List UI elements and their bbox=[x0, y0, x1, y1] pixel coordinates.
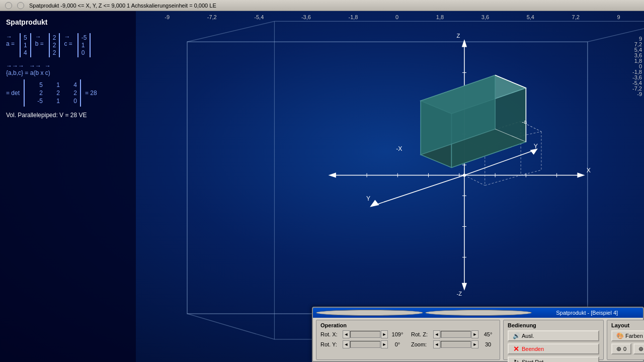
svg-line-4 bbox=[187, 21, 274, 42]
svg-line-39 bbox=[464, 175, 485, 185]
rot-x-track: ◄ ► bbox=[343, 330, 388, 338]
dialog-content: Operation Rot. X: ◄ ► 109° Rot. Z: ◄ ► bbox=[313, 318, 643, 362]
zero-button[interactable]: ⊕ 0 bbox=[611, 343, 631, 354]
y-label: Y bbox=[366, 195, 370, 202]
dialog-title-bar: Spatprodukt - [Beispiel 4] bbox=[313, 308, 643, 318]
x-label: X bbox=[587, 167, 591, 174]
svg-line-1 bbox=[187, 314, 274, 339]
det-label: = det bbox=[6, 89, 20, 97]
viewport: -9 -7,2 -5,4 -3,6 -1,8 0 1,8 3,6 5,4 7,2… bbox=[0, 11, 644, 362]
rot-y-left-btn[interactable]: ◄ bbox=[343, 340, 350, 348]
rot-z-left-btn[interactable]: ◄ bbox=[433, 330, 440, 338]
y-pos-label: Y bbox=[534, 143, 538, 150]
vec-b-bracket: 2 2 2 bbox=[49, 33, 60, 57]
rot-z-label: Rot. Z: bbox=[411, 331, 431, 337]
zoom-label: Zoom: bbox=[411, 341, 431, 347]
rot-x-label: Rot. X: bbox=[320, 331, 341, 337]
svg-line-5 bbox=[588, 21, 644, 42]
farben-icon: 🎨 bbox=[616, 332, 623, 339]
vec-a-label: →a = bbox=[6, 33, 15, 47]
rot-x-row: Rot. X: ◄ ► 109° Rot. Z: ◄ ► 45° bbox=[320, 330, 496, 338]
operation-section: Operation Rot. X: ◄ ► 109° Rot. Z: ◄ ► bbox=[316, 320, 500, 360]
zoom-left-btn[interactable]: ◄ bbox=[433, 340, 440, 348]
vec-a-bracket: 5 1 4 bbox=[20, 33, 31, 57]
zoom-right-btn[interactable]: ► bbox=[471, 340, 478, 348]
svg-line-41 bbox=[485, 175, 521, 185]
svg-line-29 bbox=[372, 175, 464, 206]
rot-y-row: Rot. Y: ◄ ► 0° Zoom: ◄ ► 30 bbox=[320, 340, 496, 348]
det-container: = det 514 222 -510 = 28 bbox=[6, 79, 130, 107]
rot-z-value: 45° bbox=[480, 331, 496, 337]
bedienung-title: Bedienung bbox=[508, 322, 599, 328]
rot-x-value: 109° bbox=[390, 331, 405, 337]
window-title: Spatprodukt -9,000 <= X, Y, Z <= 9,000 1… bbox=[29, 3, 216, 9]
s-button[interactable]: ⊕ S bbox=[633, 343, 644, 354]
rot-y-value: 0° bbox=[390, 341, 405, 347]
layout-title: Layout bbox=[611, 322, 644, 328]
start-rot-button[interactable]: ↻ Start Rot. bbox=[508, 356, 599, 362]
rot-y-right-btn[interactable]: ► bbox=[381, 340, 388, 348]
beenden-icon: ✕ bbox=[513, 345, 520, 352]
dialog-window: Spatprodukt - [Beispiel 4] Operation Rot… bbox=[312, 307, 644, 362]
svg-marker-30 bbox=[370, 200, 379, 207]
rot-y-label: Rot. Y: bbox=[320, 341, 341, 347]
vol-line: Vol. Parallelepiped: V = 28 VE bbox=[6, 112, 130, 119]
layout-section: Layout 🎨 Farben ⊕ 0 ⊕ S bbox=[607, 320, 644, 360]
bedienung-section: Bedienung 🔊 Ausl. ✕ Beenden ↻ Start Rot. bbox=[503, 320, 604, 360]
dialog-close-btn[interactable] bbox=[316, 310, 423, 316]
vectors-row: →a = 5 1 4 →b = 2 2 2 →c = -5 1 0 bbox=[6, 33, 130, 57]
svg-marker-10 bbox=[462, 39, 467, 47]
vec-b-label: →b = bbox=[35, 33, 44, 47]
operation-title: Operation bbox=[320, 322, 496, 328]
vec-c-bracket: -5 1 0 bbox=[77, 33, 91, 57]
z-pos-label: Z bbox=[457, 33, 460, 39]
svg-marker-0 bbox=[187, 42, 588, 314]
panel-heading: Spatprodukt bbox=[6, 18, 130, 26]
det-result: = 28 bbox=[85, 89, 97, 97]
zoom-value: 30 bbox=[480, 341, 496, 347]
svg-marker-20 bbox=[577, 172, 585, 177]
neg-x-label: -X bbox=[396, 146, 402, 153]
z-neg-label: -Z bbox=[457, 291, 462, 297]
vec-c-label: →c = bbox=[64, 33, 72, 47]
svg-point-53 bbox=[463, 173, 466, 176]
scene-3d: X Y -X Y Z -Z -a bbox=[136, 11, 644, 357]
ausl-button[interactable]: 🔊 Ausl. bbox=[508, 330, 599, 341]
svg-line-44 bbox=[521, 170, 541, 175]
dialog-min-btn[interactable] bbox=[425, 310, 532, 316]
rot-z-track: ◄ ► bbox=[433, 330, 478, 338]
beenden-button[interactable]: ✕ Beenden bbox=[508, 343, 599, 354]
start-rot-icon: ↻ bbox=[513, 358, 520, 362]
math-panel: Spatprodukt →a = 5 1 4 →b = 2 2 2 →c = -… bbox=[0, 11, 136, 362]
title-bar: Spatprodukt -9,000 <= X, Y, Z <= 9,000 1… bbox=[0, 0, 644, 11]
win-close-btn[interactable] bbox=[5, 2, 12, 9]
svg-marker-11 bbox=[462, 283, 467, 291]
vector-a-label: -a bbox=[522, 119, 527, 125]
ausl-icon: 🔊 bbox=[513, 332, 520, 339]
svg-marker-21 bbox=[329, 172, 336, 177]
rot-z-right-btn[interactable]: ► bbox=[471, 330, 478, 338]
rot-x-left-btn[interactable]: ◄ bbox=[343, 330, 350, 338]
win-min-btn[interactable] bbox=[17, 2, 24, 9]
rot-x-right-btn[interactable]: ► bbox=[381, 330, 388, 338]
det-matrix: 514 222 -510 bbox=[24, 79, 81, 107]
farben-button[interactable]: 🎨 Farben bbox=[611, 330, 644, 341]
dialog-title: Spatprodukt - [Beispiel 4] bbox=[534, 310, 640, 316]
zoom-track: ◄ ► bbox=[433, 340, 478, 348]
formula-line: →→→ →→ → {a,b,c} = a(b x c) bbox=[6, 62, 130, 76]
layout-bottom-row: ⊕ 0 ⊕ S bbox=[611, 343, 644, 356]
rot-y-track: ◄ ► bbox=[343, 340, 388, 348]
